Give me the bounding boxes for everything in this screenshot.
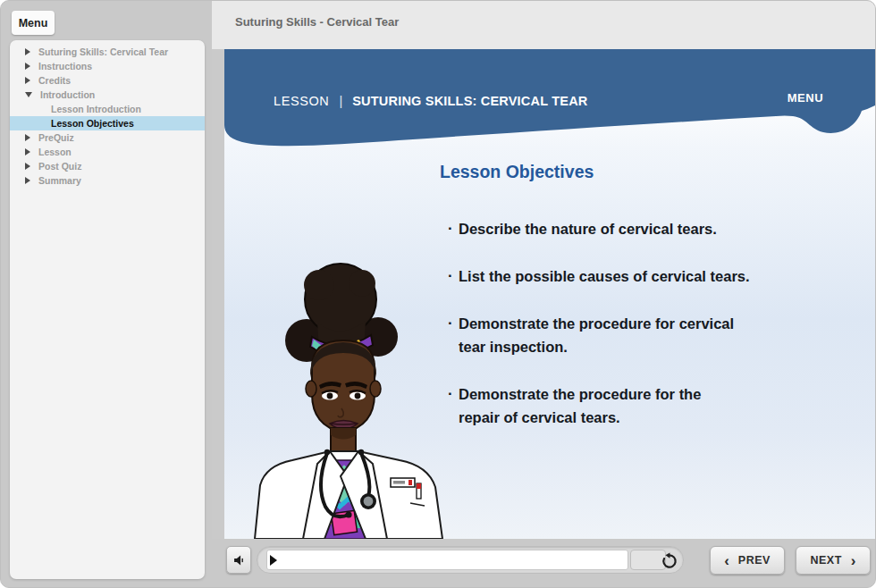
sidebar-item-summary[interactable]: Summary [10,173,205,188]
player-bar: ‹ PREV NEXT › [212,539,876,588]
banner-eyebrow: LESSON [274,94,329,108]
sidebar: Menu Suturing Skills: Cervical Tear Inst… [1,1,212,588]
page-title: Suturing Skills - Cervical Tear [235,15,399,29]
chevron-left-icon: ‹ [724,553,729,568]
sidebar-item-lesson[interactable]: Lesson [10,145,205,159]
menu-panel: Suturing Skills: Cervical Tear Instructi… [10,40,205,579]
seekbar[interactable] [257,546,684,574]
main-area: Suturing Skills - Cervical Tear LESSON |… [212,1,876,588]
replay-button[interactable] [658,550,680,572]
chevron-right-icon [25,177,30,184]
sidebar-item-course-title[interactable]: Suturing Skills: Cervical Tear [10,45,205,59]
bullet-icon: · [448,217,459,240]
objective-item: · Demonstrate the procedure for cervical… [448,312,850,358]
chevron-right-icon [25,77,30,84]
volume-button[interactable] [226,546,251,574]
sidebar-item-instructions[interactable]: Instructions [10,59,205,73]
objective-item: · List the possible causes of cervical t… [448,265,850,288]
chevron-right-icon [25,134,30,141]
objective-item: · Describe the nature of cervical tears. [448,217,850,240]
menu-tab[interactable]: Menu [12,11,55,35]
banner-course-title: SUTURING SKILLS: CERVICAL TEAR [352,94,587,108]
seekbar-track[interactable] [266,550,628,570]
doctor-illustration [240,260,455,539]
course-player-window: Menu Suturing Skills: Cervical Tear Inst… [0,0,876,588]
sidebar-item-lesson-introduction[interactable]: Lesson Introduction [10,102,205,116]
chevron-down-icon [25,92,32,97]
chevron-right-icon [25,148,30,155]
playhead-icon[interactable] [270,555,277,566]
chevron-right-icon [25,63,30,70]
replay-icon [661,552,678,570]
speaker-icon [232,552,245,568]
sidebar-item-credits[interactable]: Credits [10,73,205,88]
chevron-right-icon [25,48,30,55]
objective-item: · Demonstrate the procedure for the repa… [448,382,850,429]
next-button[interactable]: NEXT › [796,546,871,575]
sidebar-item-introduction[interactable]: Introduction [10,88,205,102]
menu-tab-label: Menu [19,17,48,29]
chevron-right-icon [25,163,30,170]
slide-stage: LESSON | SUTURING SKILLS: CERVICAL TEAR … [224,49,875,539]
sidebar-item-prequiz[interactable]: PreQuiz [10,130,205,145]
banner-separator: | [339,94,342,108]
header: Suturing Skills - Cervical Tear [212,1,876,49]
slide-heading: Lesson Objectives [440,162,594,182]
sidebar-item-lesson-objectives[interactable]: Lesson Objectives [10,116,205,130]
banner-menu-button[interactable]: MENU [771,91,839,105]
objectives-list: · Describe the nature of cervical tears.… [448,217,850,453]
chevron-right-icon: › [851,553,856,568]
banner-title-group: LESSON | SUTURING SKILLS: CERVICAL TEAR [274,90,587,112]
prev-button[interactable]: ‹ PREV [710,546,785,575]
sidebar-item-post-quiz[interactable]: Post Quiz [10,159,205,173]
